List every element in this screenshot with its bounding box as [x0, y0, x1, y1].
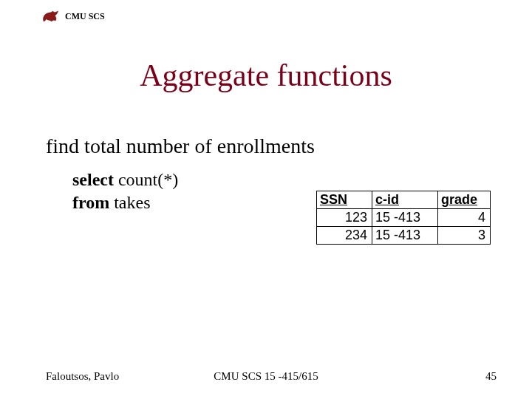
header-org-label: CMU SCS	[65, 11, 105, 22]
table-row: 123 15 -413 4	[317, 209, 491, 227]
footer-left: Faloutsos, Pavlo	[46, 370, 497, 383]
cmu-dragon-logo-icon	[40, 6, 61, 27]
sql-text: takes	[109, 193, 150, 212]
footer-authors: Faloutsos, Pavlo	[46, 370, 119, 383]
cell-grade: 3	[438, 227, 491, 245]
table-header-row: SSN c-id grade	[317, 191, 491, 209]
sql-keyword-from: from	[72, 193, 109, 212]
slide-header: CMU SCS	[40, 6, 105, 27]
table-row: 234 15 -413 3	[317, 227, 491, 245]
slide-prompt: find total number of enrollments	[46, 134, 315, 158]
cell-ssn: 234	[317, 227, 372, 245]
sql-keyword-select: select	[72, 170, 114, 189]
sql-text: count(*)	[114, 170, 178, 189]
cell-cid: 15 -413	[372, 227, 438, 245]
takes-table: SSN c-id grade 123 15 -413 4 234 15 -413…	[316, 191, 491, 245]
sql-code-block: select count(*) from takes	[72, 168, 178, 214]
footer-page-number: 45	[485, 370, 497, 383]
cell-ssn: 123	[317, 209, 372, 227]
slide-title: Aggregate functions	[0, 58, 532, 93]
table-header-grade: grade	[438, 191, 491, 209]
table-header-ssn: SSN	[317, 191, 372, 209]
cell-grade: 4	[438, 209, 491, 227]
cell-cid: 15 -413	[372, 209, 438, 227]
sql-line-1: select count(*)	[72, 168, 178, 191]
table-header-cid: c-id	[372, 191, 438, 209]
sql-line-2: from takes	[72, 191, 178, 214]
